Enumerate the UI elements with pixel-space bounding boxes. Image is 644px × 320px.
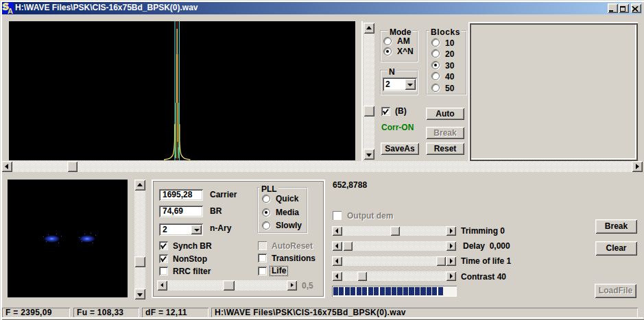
svg-text:A: A <box>8 7 13 14</box>
